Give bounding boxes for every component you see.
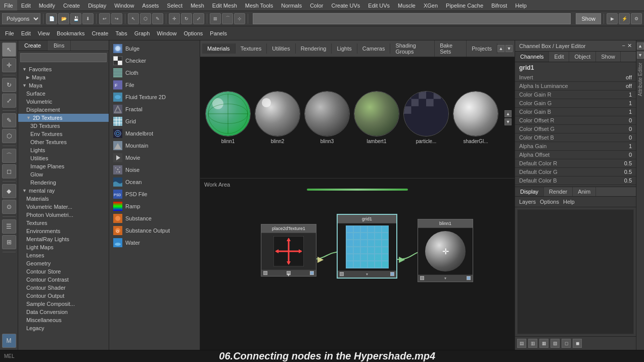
tab-projects[interactable]: Projects [467, 43, 497, 54]
ch-color-gain-g[interactable]: Color Gain G 1 [515, 99, 636, 108]
show-btn[interactable]: Show [576, 13, 601, 24]
mat-scroll-up-arrow[interactable]: ▲ [504, 110, 512, 117]
menu-xgen[interactable]: XGen [420, 0, 442, 11]
tree-data-conversion[interactable]: Data Conversion [18, 308, 109, 316]
mat-blinn2[interactable]: blinn2 [255, 91, 300, 144]
layer-icon-6[interactable]: ◼ [573, 339, 582, 348]
create-water[interactable]: Water [109, 237, 200, 249]
ch-default-color-r[interactable]: Default Color R 0.5 [515, 159, 636, 168]
tree-geometry[interactable]: Geometry [18, 259, 109, 267]
create-checker[interactable]: Checker [109, 55, 200, 67]
create-mountain[interactable]: Mountain [109, 140, 200, 152]
tab-shading-groups[interactable]: Shading Groups [390, 40, 435, 57]
tab-utilities[interactable]: Utilities [267, 43, 295, 54]
redo-btn[interactable]: ↪ [111, 13, 122, 24]
cb-close[interactable]: ✕ [627, 42, 632, 49]
tree-maya[interactable]: ▼ Maya [18, 81, 109, 89]
blinn1-port-left[interactable] [420, 276, 424, 280]
create-tab[interactable]: Create [18, 40, 48, 51]
tree-favorites[interactable]: ▼ Favorites [18, 65, 109, 73]
tree-other-textures[interactable]: Other Textures [18, 138, 109, 146]
tree-mr-materials[interactable]: Materials [18, 195, 109, 203]
options-label[interactable]: Options [540, 199, 559, 205]
lasso-tool[interactable]: ⬡ [2, 129, 16, 143]
tree-glow[interactable]: Glow [18, 170, 109, 178]
move-btn[interactable]: ✛ [169, 13, 180, 24]
new-scene-btn[interactable]: 📄 [46, 13, 57, 24]
menu-color[interactable]: Color [306, 0, 327, 11]
misc-tool-2[interactable]: ⊞ [2, 235, 16, 249]
create-fluid[interactable]: Fluid Texture 2D [109, 91, 200, 103]
menu-normals[interactable]: Normals [277, 0, 306, 11]
menu-edit[interactable]: Edit [17, 0, 35, 11]
menu-create[interactable]: Create [59, 0, 84, 11]
menu-assets[interactable]: Assets [138, 0, 163, 11]
tree-contour-contrast[interactable]: Contour Contrast [18, 276, 109, 284]
tab-bake-sets[interactable]: Bake Sets [435, 40, 467, 57]
cb-tab-edit[interactable]: Edit [549, 52, 569, 62]
tree-lights[interactable]: Lights [18, 146, 109, 154]
save-btn[interactable]: 💾 [70, 13, 81, 24]
menu-edit-mesh[interactable]: Edit Mesh [208, 0, 241, 11]
mat-lambert1[interactable]: lambert1 [354, 91, 399, 144]
blinn1-node[interactable]: blinn1 ✛ ▾ [418, 219, 473, 282]
create-movie[interactable]: Movie [109, 152, 200, 164]
lasso-btn[interactable]: ⬡ [140, 13, 151, 24]
snap-grid-btn[interactable]: ⊞ [210, 13, 221, 24]
save-options-btn[interactable]: ⬇ [82, 13, 94, 24]
paint-btn[interactable]: ✎ [152, 13, 163, 24]
place2d-triangle-down[interactable]: ▾ [287, 271, 291, 275]
create-fractal[interactable]: Fractal [109, 103, 200, 115]
menu-modify[interactable]: Modify [35, 0, 59, 11]
snap-curve-btn[interactable]: ⌒ [222, 13, 233, 24]
hs-edit[interactable]: Edit [18, 30, 34, 36]
tree-2d-textures[interactable]: ▼ 2D Textures [18, 114, 109, 122]
create-substance[interactable]: Substance [109, 212, 200, 224]
rotate-tool[interactable]: ↻ [2, 78, 16, 92]
tree-rendering[interactable]: Rendering [18, 178, 109, 187]
tab-textures[interactable]: Textures [236, 43, 267, 54]
menu-muscle[interactable]: Muscle [394, 0, 420, 11]
scale-btn[interactable]: ⤢ [193, 13, 204, 24]
tree-mr-environments[interactable]: Environments [18, 227, 109, 235]
create-ramp[interactable]: Ramp [109, 200, 200, 212]
open-btn[interactable]: 📂 [58, 13, 69, 24]
menu-pipeline[interactable]: Pipeline Cache [442, 0, 487, 11]
menu-create-uvs[interactable]: Create UVs [327, 0, 364, 11]
ch-default-color-b[interactable]: Default Color B 0.5 [515, 176, 636, 185]
menu-edit-uvs[interactable]: Edit UVs [364, 0, 394, 11]
layer-icon-3[interactable]: ▦ [539, 339, 548, 348]
sculpt-tool[interactable]: ⊙ [2, 200, 16, 214]
layer-icon-4[interactable]: ▧ [550, 339, 560, 348]
rotate-btn[interactable]: ↻ [181, 13, 192, 24]
ipr-btn[interactable]: ⚡ [619, 13, 630, 24]
hs-bookmarks[interactable]: Bookmarks [54, 30, 87, 36]
tree-image-planes[interactable]: Image Planes [18, 162, 109, 170]
tree-light-maps[interactable]: Light Maps [18, 243, 109, 251]
ch-alpha-gain[interactable]: Alpha Gain 1 [515, 142, 636, 151]
ch-color-offset-b[interactable]: Color Offset B 0 [515, 133, 636, 142]
surface-tool[interactable]: ◻ [2, 164, 16, 178]
attr-up-btn[interactable]: ▲ [637, 42, 644, 50]
hs-file[interactable]: File [2, 30, 17, 36]
mat-scroll-up[interactable]: ▲ [497, 45, 504, 52]
snap-point-btn[interactable]: ⊹ [234, 13, 245, 24]
ch-default-color-g[interactable]: Default Color G 0.5 [515, 168, 636, 176]
select-btn[interactable]: ↖ [128, 13, 139, 24]
tree-volumetric[interactable]: Volumetric [18, 98, 109, 106]
tree-surface[interactable]: Surface [18, 89, 109, 98]
cb-tab-object[interactable]: Object [569, 52, 596, 62]
hs-graph[interactable]: Graph [131, 30, 153, 36]
polygon-dropdown[interactable]: Polygons [2, 13, 40, 24]
hs-window[interactable]: Window [154, 30, 179, 36]
curve-tool[interactable]: ⌒ [2, 149, 16, 163]
ch-alpha-offset[interactable]: Alpha Offset 0 [515, 151, 636, 159]
ch-invert[interactable]: Invert off [515, 73, 636, 82]
tree-mr-textures[interactable]: Textures [18, 219, 109, 227]
tree-contour-store[interactable]: Contour Store [18, 267, 109, 276]
paint-tool[interactable]: ✎ [2, 113, 16, 127]
move-tool[interactable]: ✛ [2, 58, 16, 72]
tree-mr-lights[interactable]: MentalRay Lights [18, 235, 109, 243]
ch-color-gain-b[interactable]: Color Gain B 1 [515, 108, 636, 116]
hs-create[interactable]: Create [88, 30, 111, 36]
